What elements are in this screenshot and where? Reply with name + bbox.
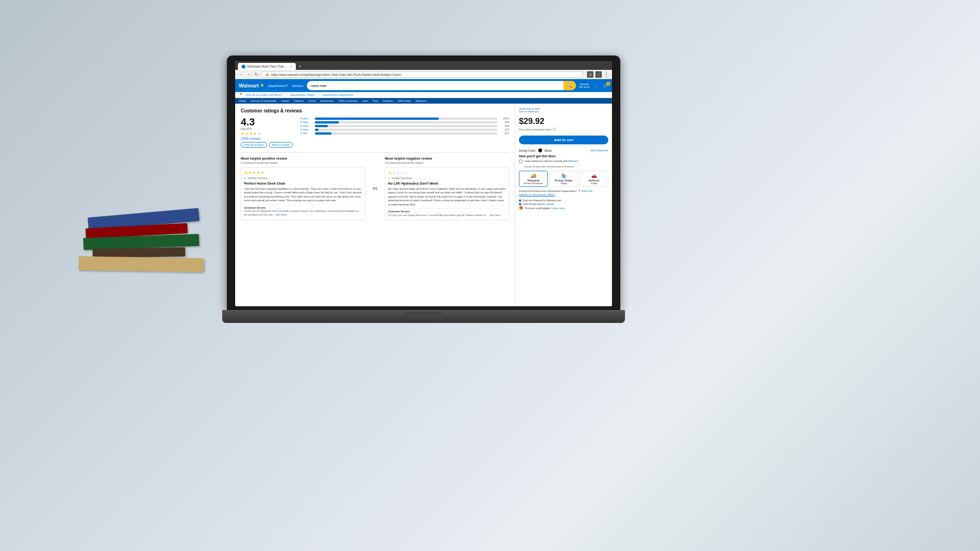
bar-track-5 [315,118,497,120]
pos-star-4: ★ [256,170,260,175]
negative-verified-text: Verified Purchase [392,177,412,180]
review-count-link[interactable]: (2345 reviews) [241,137,261,140]
pos-star-3: ★ [252,170,256,175]
nav-home[interactable]: Home [308,99,316,102]
sold-by-dot [519,199,521,202]
walmart-plus-link[interactable]: Walmart+ [568,160,579,162]
bar-label-1[interactable]: 1 star [300,132,313,135]
pos-star-2: ★ [248,170,252,175]
tab-bar: Mainstays Mesh Task Chair -... × + [238,63,609,70]
bar-count-3: 229 [499,124,509,127]
search-button[interactable]: 🔍 [563,81,576,90]
sell-on-walmart-link[interactable]: Sell on Walmart [519,110,608,113]
color-swatch-black[interactable] [538,148,543,153]
new-tab-button[interactable]: + [297,63,303,70]
bar-label-5[interactable]: 5 stars [300,117,313,120]
bar-label-2[interactable]: 2 stars [300,128,313,131]
pickup-time: Today [552,182,576,185]
negative-review-heading: No Lift! Hydraulics Don't Work [388,181,506,186]
window-controls: ⊡ □ [587,71,602,78]
main-content: Customer ratings & reviews 4.3 out of 5 … [235,104,612,306]
bar-fill-4 [315,121,338,124]
gift-icon: 🎁 [519,206,523,210]
nav-toys[interactable]: Toys [373,99,378,102]
bar-track-4 [315,121,497,124]
account-icon: 👤 [593,83,599,88]
forward-button[interactable]: → [246,72,252,77]
gift-learn-more-link[interactable]: Learn more [551,207,564,210]
nav-deals[interactable]: Deals [239,99,246,102]
walmart-plus-checkbox-row: I want shipping & delivery savings with … [519,160,608,163]
nav-one-debit[interactable]: ONE Debit [398,99,411,102]
edit-selections-link[interactable]: Edit selections [590,149,608,152]
helpful-reviews: Most helpful positive review 5 customers… [241,156,509,220]
account-button[interactable]: 👤 [593,83,599,88]
address-bar[interactable]: 🔒 https://www.walmart.com/ip/Mainstays-M… [261,71,583,78]
departments-button[interactable]: Departments ▾ [268,84,288,87]
product-panel: Have one to sell? Sell on Walmart $29.92… [515,104,612,306]
departments-chevron-icon: ▾ [286,84,288,87]
price-info-icon[interactable]: ⓘ [553,127,556,132]
bar-label-3[interactable]: 3 stars [300,124,313,127]
departments-label: Departments [268,84,285,87]
aisle-info: | 📍 Aisle G45 [576,190,593,192]
add-to-cart-button[interactable]: Add to cart [519,136,608,144]
nav-walmart-plus[interactable]: Walmart+ [416,99,428,102]
zip-code[interactable]: Sacramento, 95829 [290,93,314,96]
walmart-plus-text: I want shipping & delivery savings with … [524,160,579,162]
walmart-plus-note: You get 30 days free! Choose a plan at c… [524,165,608,168]
walmart-header: Walmart ✦ Departments ▾ Services [235,79,612,92]
positive-review-card: ★ ★ ★ ★ ★ ✓ Verified Purch [241,167,365,220]
bar-count-2: 115 [499,128,509,131]
reorder-button[interactable]: ReorderMy Items [580,83,590,88]
star-3: ★ [249,131,253,136]
shipping-time: Arrives tomorrow [521,182,545,185]
neg-star-1: ★ [388,170,392,175]
reviews-divider [241,152,509,153]
bar-label-4[interactable]: 4 stars [300,121,313,124]
positive-stars: ★ ★ ★ ★ ★ [244,170,362,175]
negative-stars: ★ ★ ★ ★ ★ [388,170,506,175]
walmart-plus-checkbox[interactable] [519,160,523,163]
view-all-reviews-button[interactable]: View all reviews [241,142,267,148]
bar-track-3 [315,125,497,127]
nav-easter[interactable]: Easter [281,99,289,102]
walmart-spark-icon: ✦ [260,82,264,89]
pickup-option-card[interactable]: 🏪 Pickup Today Today [549,171,578,187]
nav-patio[interactable]: Patio & Garden [338,99,357,102]
negative-see-more-link[interactable]: See more [489,214,500,217]
nav-electronics[interactable]: Electronics [320,99,334,102]
positive-see-more-link[interactable]: See more [275,213,287,216]
tab-close-button[interactable]: × [290,64,293,68]
star-2: ★ [245,131,249,136]
delivery-to-link[interactable]: Delivery to: Sacramento, 95829 [519,193,608,196]
write-review-button[interactable]: Write a review [269,142,293,148]
neg-star-4: ★ [400,170,404,175]
product-price: $29.92 [519,117,608,126]
separator: | [286,93,287,96]
delivery-time: Today [582,182,606,185]
delivery-option-card[interactable]: 🚗 Delivery Today [580,171,608,187]
nav-grocery[interactable]: Grocery & Essentials [250,99,276,102]
bar-fill-5 [315,118,439,120]
section-title: Customer ratings & reviews [241,108,509,113]
cart-button[interactable]: 🛒 2 [603,83,608,88]
back-button[interactable]: ← [238,72,244,77]
lock-icon: 🔒 [265,73,269,76]
shipping-option-card[interactable]: 🚚 Shipping Arrives tomorrow [519,171,548,187]
browser-tab-active[interactable]: Mainstays Mesh Task Chair -... × [238,63,296,70]
browser-menu-button[interactable]: ⋮ [604,71,609,78]
positive-review-subtitle: 5 customers found this helpful [241,161,365,164]
nav-auto[interactable]: Auto [362,99,368,102]
nav-fashion[interactable]: Fashion [294,99,304,102]
delivery-question[interactable]: How do you want your items? [246,93,282,96]
bar-fill-2 [315,129,318,131]
services-button[interactable]: Services [292,84,303,87]
store-name[interactable]: Sacramento Supercenter [323,93,354,96]
refresh-button[interactable]: ↻ [254,72,259,77]
search-input[interactable] [307,81,563,90]
returns-link[interactable]: Details [546,203,554,205]
restore-button[interactable]: □ [595,71,602,78]
nav-registry[interactable]: Registry [383,99,393,102]
minimize-button[interactable]: ⊡ [587,71,593,78]
